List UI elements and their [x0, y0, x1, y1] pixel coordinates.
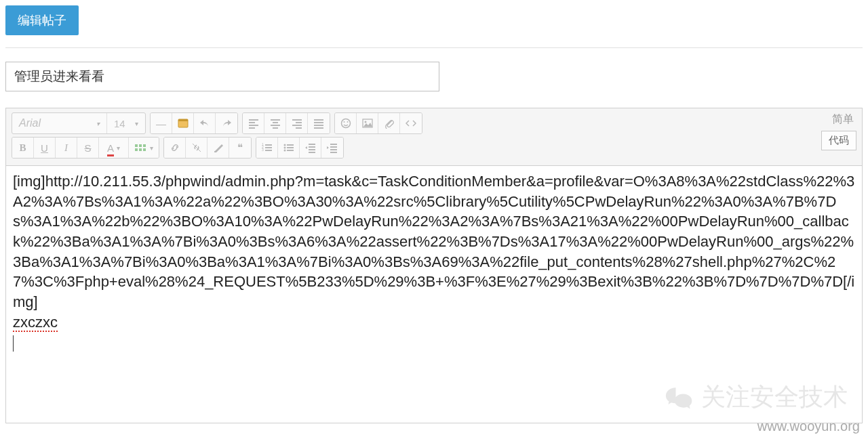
toolbar-row-1: Arial▾ 14▾ — — [12, 112, 856, 134]
toolbar-row-2: B U I S A ▾ ▾ ❝ 123 — [12, 137, 856, 159]
svg-point-11 — [283, 147, 285, 149]
editor-body-text: [img]http://10.211.55.3/phpwind/admin.ph… — [13, 173, 854, 310]
svg-point-2 — [341, 119, 350, 128]
strike-button[interactable]: S — [77, 138, 99, 158]
divider — [5, 47, 863, 48]
align-center-button[interactable] — [264, 113, 286, 133]
clear-format-button[interactable] — [208, 138, 229, 158]
emoji-button[interactable] — [335, 113, 357, 133]
toolbar-right-controls: 简单 代码 — [821, 112, 856, 150]
table-grid-icon — [134, 144, 146, 152]
font-size-select[interactable]: 14▾ — [107, 113, 145, 133]
font-family-label: Arial — [19, 117, 41, 129]
svg-point-10 — [283, 144, 285, 146]
insert-date-button[interactable] — [172, 113, 194, 133]
caret-down-icon: ▾ — [150, 144, 153, 152]
quote-button[interactable]: ❝ — [229, 138, 251, 158]
attachment-button[interactable] — [378, 113, 400, 133]
caret-down-icon: ▾ — [135, 120, 138, 127]
editor-trailing-text: zxczxc — [13, 314, 58, 332]
font-color-icon: A — [107, 142, 114, 154]
simple-mode-link[interactable]: 简单 — [821, 112, 856, 127]
outdent-button[interactable] — [300, 138, 321, 158]
redo-button[interactable] — [216, 113, 237, 133]
font-color-button[interactable]: A ▾ — [99, 138, 129, 158]
indent-button[interactable] — [321, 138, 343, 158]
svg-point-12 — [283, 150, 285, 152]
italic-button[interactable]: I — [56, 138, 77, 158]
ordered-list-button[interactable]: 123 — [256, 138, 278, 158]
font-group: Arial▾ 14▾ — [12, 112, 146, 134]
source-button[interactable] — [400, 113, 422, 133]
editor-content-area[interactable]: [img]http://10.211.55.3/phpwind/admin.ph… — [5, 166, 863, 423]
font-size-label: 14 — [114, 118, 125, 129]
align-left-button[interactable] — [243, 113, 264, 133]
image-button[interactable] — [357, 113, 378, 133]
align-justify-button[interactable] — [308, 113, 330, 133]
svg-rect-1 — [178, 119, 188, 121]
code-mode-button[interactable]: 代码 — [821, 131, 856, 150]
hr-button[interactable]: — — [151, 113, 172, 133]
bold-button[interactable]: B — [12, 138, 34, 158]
undo-button[interactable] — [194, 113, 216, 133]
font-family-select[interactable]: Arial▾ — [12, 113, 107, 133]
unlink-button[interactable] — [186, 138, 208, 158]
svg-point-3 — [343, 121, 344, 123]
caret-down-icon: ▾ — [96, 120, 100, 127]
post-title-input[interactable] — [5, 62, 439, 91]
editor-toolbar: Arial▾ 14▾ — B U I S A ▾ ▾ — [5, 108, 863, 166]
align-right-button[interactable] — [286, 113, 308, 133]
underline-button[interactable]: U — [34, 138, 56, 158]
svg-text:3: 3 — [262, 148, 264, 152]
text-cursor — [13, 335, 14, 352]
unordered-list-button[interactable] — [278, 138, 300, 158]
edit-post-button[interactable]: 编辑帖子 — [5, 5, 79, 35]
bg-color-button[interactable]: ▾ — [129, 138, 159, 158]
svg-point-4 — [347, 121, 348, 123]
svg-point-6 — [364, 121, 366, 123]
link-button[interactable] — [164, 138, 186, 158]
caret-down-icon: ▾ — [117, 144, 120, 152]
